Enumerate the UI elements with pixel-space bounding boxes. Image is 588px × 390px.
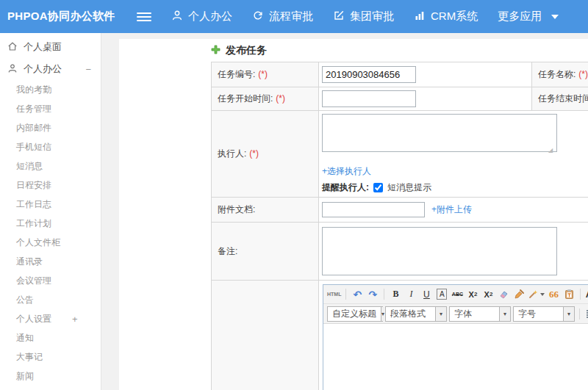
- redo-icon[interactable]: ↷: [366, 287, 379, 301]
- caret-down-icon: [551, 15, 559, 19]
- bar-chart-icon: [414, 10, 426, 24]
- sidebar-item-meeting-management[interactable]: 会议管理: [0, 271, 101, 290]
- sidebar-item-work-plan[interactable]: 工作计划: [0, 214, 101, 233]
- font-size-select[interactable]: 字号 ▾: [513, 306, 575, 322]
- sidebar-item-label: 短消息: [16, 160, 43, 173]
- expand-plus-icon[interactable]: +: [72, 314, 78, 325]
- sidebar-item-label: 内部邮件: [16, 122, 51, 134]
- font-size-box-button[interactable]: A: [437, 289, 447, 300]
- sidebar-item-schedule[interactable]: 日程安排: [0, 176, 101, 195]
- select-executor-link[interactable]: +选择执行人: [322, 165, 371, 178]
- menu-toggle-icon[interactable]: [137, 12, 151, 21]
- sidebar-item-news[interactable]: 新闻: [0, 366, 101, 386]
- sidebar-item-label: 通知: [16, 332, 34, 344]
- top-header: PHPOA协同办公软件 个人办公 流程审批 集团审批: [0, 0, 588, 33]
- blockquote-button[interactable]: 66: [547, 287, 560, 301]
- field-label: 任务名称:: [538, 69, 576, 79]
- executor-field-cell: ◢ +选择执行人 提醒执行人: 短消息提示: [319, 111, 588, 198]
- top-strip: [119, 33, 588, 39]
- editor-content-area[interactable]: [323, 324, 588, 390]
- sidebar-item-short-message[interactable]: 短消息: [0, 156, 101, 176]
- format-brush-icon[interactable]: [512, 287, 526, 301]
- nav-more-apps[interactable]: 更多应用: [498, 10, 559, 24]
- font-family-select[interactable]: 字体 ▾: [449, 306, 511, 322]
- sms-remind-checkbox[interactable]: [373, 183, 383, 192]
- sidebar-item-my-attendance[interactable]: 我的考勤: [0, 80, 101, 99]
- nav-group-approval[interactable]: 集团审批: [333, 10, 394, 24]
- quick-format-wand-icon[interactable]: [528, 287, 545, 301]
- row-attachment: 附件文档: +附件上传: [212, 198, 588, 223]
- nav-crm-system[interactable]: CRM系统: [414, 10, 478, 24]
- sidebar-item-label: 公告: [16, 294, 34, 306]
- collapse-minus-icon[interactable]: −: [85, 64, 91, 75]
- nav-personal-office[interactable]: 个人办公: [171, 10, 232, 24]
- task-number-input[interactable]: [322, 66, 416, 83]
- sidebar-item-contacts[interactable]: 通讯录: [0, 252, 101, 271]
- strikethrough-button[interactable]: ABC: [451, 287, 464, 301]
- sidebar-item-mobile-sms[interactable]: 手机短信: [0, 137, 101, 156]
- plus-icon: [211, 45, 220, 57]
- superscript-button[interactable]: X2: [466, 287, 479, 301]
- toolbar-separator: [384, 289, 384, 300]
- sidebar-item-task-management[interactable]: 任务管理: [0, 99, 101, 118]
- sidebar: 个人桌面 个人办公 − 我的考勤 任务管理 内部邮件 手机短信 短消息 日程安排…: [0, 33, 101, 390]
- html-source-button[interactable]: HTML: [327, 287, 341, 301]
- paste-icon[interactable]: [562, 287, 576, 301]
- caret-down-icon: ▾: [563, 307, 574, 321]
- sidebar-item-label: 个人办公: [24, 62, 62, 76]
- paragraph-format-select[interactable]: 段落格式 ▾: [385, 306, 447, 322]
- required-mark: (*): [276, 93, 285, 104]
- field-label: 执行人:: [218, 148, 246, 159]
- italic-button[interactable]: I: [404, 287, 417, 301]
- toolbar-separator: [579, 308, 580, 319]
- remark-textarea[interactable]: [322, 227, 557, 275]
- sidebar-item-personal-office[interactable]: 个人办公 −: [0, 58, 101, 80]
- task-number-label-cell: 任务编号:(*): [212, 62, 319, 87]
- bold-button[interactable]: B: [389, 287, 402, 301]
- nav-process-approval[interactable]: 流程审批: [252, 10, 313, 24]
- caret-down-icon: [540, 293, 545, 296]
- start-time-label-cell: 任务开始时间:(*): [212, 87, 319, 111]
- executor-textarea[interactable]: [322, 114, 557, 152]
- field-label: 任务结束时间:: [538, 93, 588, 104]
- required-mark: (*): [249, 148, 259, 159]
- sidebar-item-label: 手机短信: [16, 141, 51, 154]
- sidebar-item-label: 个人桌面: [24, 40, 62, 54]
- row-executor: 执行人:(*) ◢ +选择执行人 提醒执行人: 短消息提示: [212, 111, 588, 198]
- sidebar-item-memorabilia[interactable]: 大事记: [0, 347, 101, 366]
- start-time-input[interactable]: [322, 90, 416, 107]
- sidebar-item-notice[interactable]: 通知: [0, 328, 101, 347]
- sidebar-item-personal-settings[interactable]: 个人设置 +: [0, 309, 101, 328]
- font-color-button[interactable]: A: [585, 287, 588, 301]
- sidebar-item-personal-desktop[interactable]: 个人桌面: [0, 36, 101, 58]
- remind-executor-label: 提醒执行人:: [322, 181, 369, 194]
- sidebar-item-announcement[interactable]: 公告: [0, 290, 101, 309]
- remark-label-cell: 备注:: [212, 223, 319, 281]
- undo-icon[interactable]: ↶: [351, 287, 364, 301]
- required-mark: (*): [578, 69, 588, 79]
- sidebar-item-internal-mail[interactable]: 内部邮件: [0, 118, 101, 137]
- sidebar-item-work-log[interactable]: 工作日志: [0, 195, 101, 214]
- attachment-label-cell: 附件文档:: [212, 198, 319, 223]
- sidebar-item-label: 大事记: [16, 351, 43, 364]
- sidebar-item-label: 通讯录: [16, 256, 43, 268]
- main-nav: 个人办公 流程审批 集团审批 CRM系统 更多应用: [171, 10, 559, 24]
- subscript-button[interactable]: X2: [481, 287, 495, 301]
- nav-label: CRM系统: [431, 10, 478, 24]
- attachment-input[interactable]: [322, 202, 425, 217]
- nav-label: 集团审批: [350, 10, 394, 24]
- toolbar-separator: [345, 289, 346, 300]
- nav-label: 更多应用: [498, 10, 542, 24]
- eraser-icon[interactable]: [497, 287, 510, 301]
- attachment-upload-link[interactable]: +附件上传: [431, 203, 472, 216]
- main-area: 发布任务 任务编号:(*) 任务名称:(*): [119, 33, 588, 390]
- sidebar-item-personal-file-cabinet[interactable]: 个人文件柜: [0, 233, 101, 252]
- select-label: 自定义标题: [328, 307, 381, 321]
- executor-label-cell: 执行人:(*): [212, 111, 319, 198]
- underline-button[interactable]: U: [420, 287, 433, 301]
- sidebar-item-label: 会议管理: [16, 275, 51, 287]
- description-label-cell: 任务描述:(*): [212, 281, 319, 390]
- caret-down-icon: ▾: [381, 307, 384, 321]
- align-left-icon[interactable]: [584, 307, 588, 321]
- custom-heading-select[interactable]: 自定义标题 ▾: [327, 306, 383, 322]
